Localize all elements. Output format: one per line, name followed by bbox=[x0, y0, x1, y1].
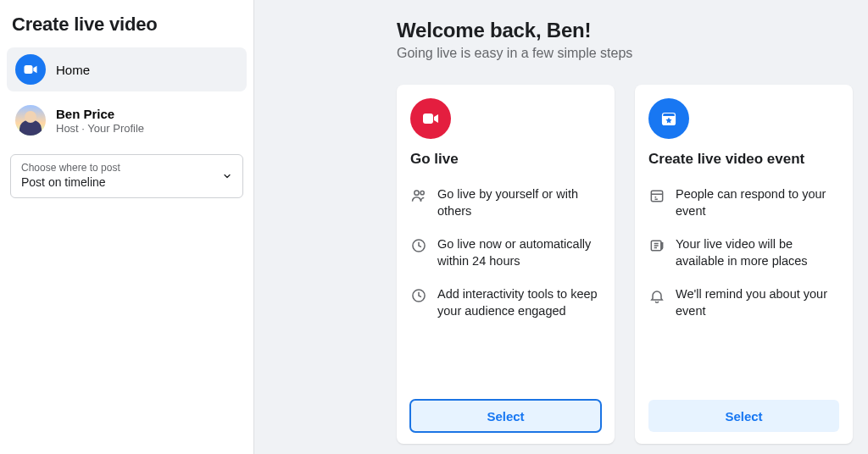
feature-text: People can respond to your event bbox=[676, 186, 839, 219]
feature-item: Go live by yourself or with others bbox=[410, 186, 601, 219]
sidebar: Create live video Home Ben Price Host · … bbox=[0, 0, 254, 454]
feature-item: Add interactivity tools to keep your aud… bbox=[410, 286, 601, 319]
post-target-select[interactable]: Choose where to post Post on timeline bbox=[10, 154, 243, 198]
bell-icon bbox=[648, 287, 665, 304]
svg-point-3 bbox=[420, 191, 424, 195]
news-icon bbox=[648, 237, 665, 254]
calendar-icon bbox=[648, 187, 665, 204]
sidebar-item-home[interactable]: Home bbox=[7, 47, 247, 91]
welcome-subtitle: Going live is easy in a few simple steps bbox=[397, 46, 853, 61]
avatar bbox=[15, 105, 46, 136]
sidebar-item-profile[interactable]: Ben Price Host · Your Profile bbox=[7, 98, 247, 142]
calendar-star-icon bbox=[648, 98, 689, 139]
card-features: Go live by yourself or with others Go li… bbox=[410, 186, 601, 319]
card-title: Create live video event bbox=[648, 151, 839, 168]
app-root: Create live video Home Ben Price Host · … bbox=[0, 0, 868, 454]
feature-item: We'll remind you about your event bbox=[648, 286, 839, 319]
card-features: People can respond to your event Your li… bbox=[648, 186, 839, 319]
feature-text: We'll remind you about your event bbox=[676, 286, 839, 319]
chevron-down-icon bbox=[222, 171, 232, 181]
card-go-live: Go live Go live by yourself or with othe… bbox=[397, 85, 615, 444]
svg-rect-1 bbox=[423, 114, 433, 124]
welcome-title: Welcome back, Ben! bbox=[397, 19, 853, 42]
select-go-live-button[interactable]: Select bbox=[410, 400, 601, 432]
clock-icon bbox=[410, 287, 427, 304]
feature-text: Go live by yourself or with others bbox=[437, 186, 601, 219]
feature-item: Your live video will be available in mor… bbox=[648, 236, 839, 269]
main-content: Welcome back, Ben! Going live is easy in… bbox=[254, 0, 868, 454]
feature-item: People can respond to your event bbox=[648, 186, 839, 219]
go-live-icon bbox=[410, 98, 451, 139]
sidebar-item-label: Home bbox=[56, 63, 90, 77]
svg-point-2 bbox=[415, 191, 419, 195]
feature-text: Your live video will be available in mor… bbox=[676, 236, 839, 269]
feature-text: Go live now or automatically within 24 h… bbox=[437, 236, 601, 269]
select-event-button[interactable]: Select bbox=[648, 400, 839, 432]
sidebar-title: Create live video bbox=[7, 12, 247, 41]
post-target-hint: Choose where to post bbox=[21, 162, 232, 174]
profile-role: Host · Your Profile bbox=[56, 122, 144, 135]
card-create-event: Create live video event People can respo… bbox=[635, 85, 853, 444]
profile-name: Ben Price bbox=[56, 107, 144, 121]
post-target-value: Post on timeline bbox=[21, 175, 232, 189]
feature-text: Add interactivity tools to keep your aud… bbox=[437, 286, 601, 319]
people-icon bbox=[410, 187, 427, 204]
video-icon bbox=[15, 54, 46, 85]
svg-rect-0 bbox=[25, 65, 33, 74]
card-title: Go live bbox=[410, 151, 601, 168]
clock-icon bbox=[410, 237, 427, 254]
option-cards: Go live Go live by yourself or with othe… bbox=[397, 85, 853, 444]
profile-text: Ben Price Host · Your Profile bbox=[56, 107, 144, 135]
feature-item: Go live now or automatically within 24 h… bbox=[410, 236, 601, 269]
